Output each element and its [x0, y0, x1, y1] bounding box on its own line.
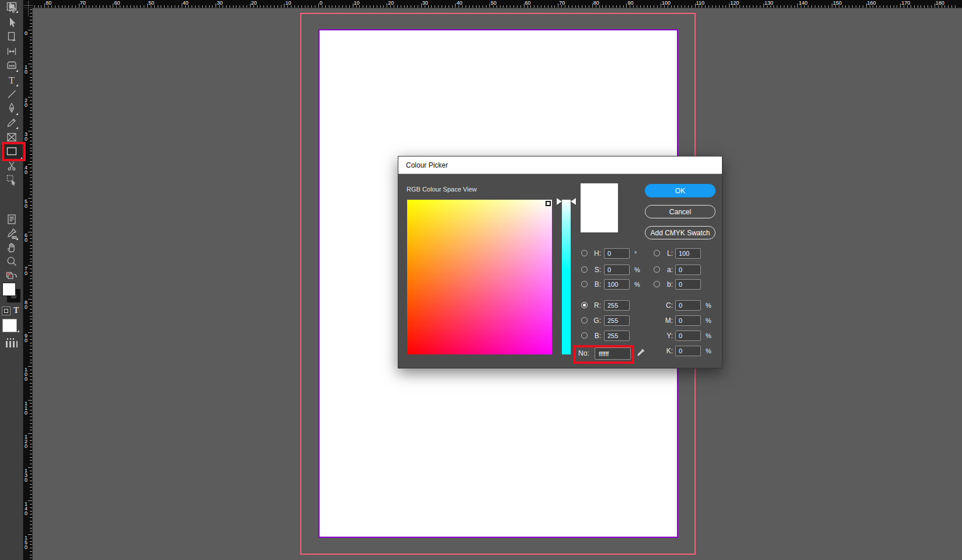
ruler-tick [58, 5, 59, 8]
ruler-tick [274, 5, 275, 8]
colour-preview-swatch [581, 183, 618, 232]
ruler-tick [370, 5, 370, 8]
ruler-origin-crosshair-icon[interactable] [24, 1, 33, 16]
ruler-tick [30, 454, 32, 454]
input-Y[interactable]: 0 [675, 331, 701, 341]
formatting-affects-toggle[interactable]: T [0, 305, 23, 316]
ruler-tick [30, 376, 32, 377]
vertical-ruler[interactable]: 0102030405060708090100110120130140150 [23, 8, 33, 560]
ruler-tick [28, 97, 32, 98]
input-b[interactable]: 0 [675, 279, 701, 290]
ruler-tick [828, 5, 829, 8]
formatting-affects-container-icon[interactable] [2, 307, 11, 315]
input-C[interactable]: 0 [675, 300, 701, 311]
ruler-tick [30, 373, 32, 374]
crosshair-horizontal-line [24, 5, 33, 6]
container-inner-square [4, 309, 8, 313]
dialog-title: Colour Picker [406, 161, 448, 169]
input-M[interactable]: 0 [675, 315, 701, 326]
ruler-tick [589, 5, 589, 8]
fill-stroke-indicator[interactable] [0, 283, 23, 304]
ruler-tick [479, 5, 480, 8]
default-and-swap-fill-stroke[interactable] [5, 269, 18, 282]
ok-button[interactable]: OK [645, 184, 716, 197]
type-tool[interactable]: T [5, 74, 18, 86]
ruler-tick [647, 5, 648, 8]
ruler-tick [30, 87, 32, 88]
ruler-tick [28, 467, 32, 468]
tools-panel: TT [0, 0, 23, 560]
apply-colour-swatch[interactable] [2, 319, 17, 332]
ruler-tick [585, 5, 586, 8]
ruler-tick [918, 5, 918, 8]
note-tool-icon [5, 213, 18, 226]
formatting-affects-text-icon[interactable]: T [13, 306, 19, 315]
gap-tool[interactable] [5, 45, 18, 58]
pen-tool[interactable] [5, 102, 18, 115]
note-tool[interactable] [5, 213, 18, 226]
input-L[interactable]: 100 [675, 248, 701, 259]
input-K[interactable]: 0 [675, 346, 701, 356]
screen-mode-button[interactable] [5, 0, 18, 13]
apply-colour-button[interactable] [0, 319, 23, 333]
ruler-tick [928, 5, 928, 8]
ruler-tick [712, 5, 713, 8]
ruler-tick [592, 4, 593, 8]
ruler-tick [79, 4, 79, 8]
ruler-tick [558, 4, 558, 8]
ruler-label: 70 [25, 266, 29, 276]
hand-tool[interactable] [5, 241, 18, 254]
ruler-tick [267, 5, 268, 8]
ruler-tick [30, 447, 32, 447]
ruler-tick [30, 50, 32, 51]
ruler-tick [30, 262, 32, 262]
gradient-feather-tool[interactable] [5, 199, 18, 212]
add-cmyk-swatch-button[interactable]: Add CMYK Swatch [645, 226, 716, 239]
free-transform-tool[interactable] [5, 173, 18, 186]
zoom-tool[interactable] [5, 255, 18, 268]
ruler-tick [418, 5, 418, 8]
input-a[interactable]: 0 [675, 265, 701, 275]
ruler-tick [30, 218, 32, 219]
flyout-indicator [16, 84, 18, 86]
content-collector-tool[interactable] [5, 59, 18, 72]
ruler-tick [30, 221, 32, 222]
selection-tool[interactable] [5, 16, 18, 29]
ruler-tick [411, 5, 411, 8]
field-row-Y: Y:0% [398, 331, 723, 341]
ruler-tick [28, 64, 32, 64]
field-row-K: K:0% [398, 346, 723, 356]
unit-C: % [706, 302, 711, 309]
dialog-titlebar[interactable]: Colour Picker [398, 156, 722, 174]
ruler-tick [30, 427, 32, 427]
ruler-label: 60 [525, 0, 531, 6]
ruler-tick [134, 5, 134, 8]
ruler-tick [30, 60, 32, 61]
ruler-tick [30, 403, 32, 404]
line-tool[interactable] [5, 88, 18, 100]
slider-handle-right-arrow[interactable] [571, 198, 576, 205]
annotation-box-rectangle-tool [2, 142, 26, 161]
ruler-tick [30, 80, 32, 81]
ruler-tick [263, 5, 264, 8]
ruler-tick [127, 5, 127, 8]
ruler-tick [349, 5, 350, 8]
horizontal-ruler[interactable]: 8070605040302010010203040506070809010011… [23, 0, 962, 8]
ruler-label: 10 [25, 65, 29, 74]
ruler-tick [513, 5, 514, 8]
slider-handle-left-arrow[interactable] [557, 198, 562, 205]
page-tool[interactable] [5, 30, 18, 43]
cancel-button[interactable]: Cancel [645, 205, 716, 218]
ruler-tick [30, 437, 32, 437]
ruler-tick [749, 5, 750, 8]
fill-indicator[interactable] [2, 283, 16, 296]
pencil-tool[interactable] [5, 116, 18, 129]
ruler-label: 150 [833, 0, 842, 6]
apply-none-swatch[interactable] [4, 338, 19, 349]
ruler-tick [568, 5, 569, 8]
colour-theme-eyedropper-tool[interactable] [5, 227, 18, 240]
ruler-tick [613, 5, 613, 8]
ruler-tick [852, 5, 853, 8]
colour-field-marker[interactable] [546, 201, 551, 206]
gradient-swatch-tool[interactable] [5, 185, 18, 198]
